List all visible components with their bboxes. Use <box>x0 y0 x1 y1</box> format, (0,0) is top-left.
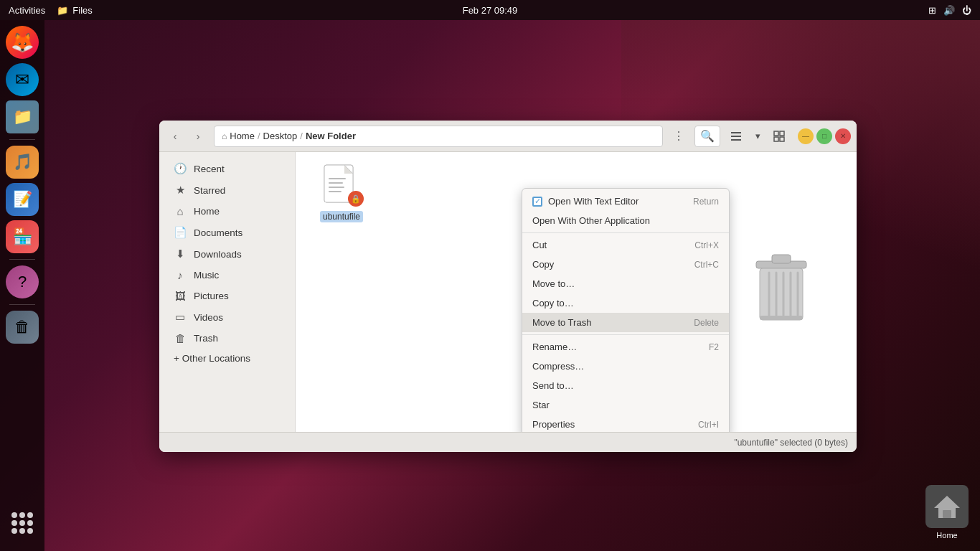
recent-icon: 🕐 <box>174 162 187 175</box>
ctx-send-to[interactable]: Send to… <box>522 376 729 395</box>
ctx-move-to[interactable]: Move to… <box>522 274 729 293</box>
dock-separator2 <box>9 259 35 260</box>
path-desktop[interactable]: Desktop <box>263 131 298 141</box>
path-folder[interactable]: New Folder <box>306 131 356 141</box>
ctx-label-properties: Properties <box>532 419 575 430</box>
path-bar[interactable]: ⌂ Home / Desktop / New Folder <box>214 126 663 147</box>
context-menu: ✓ Open With Text Editor Return Open With… <box>522 188 730 432</box>
ctx-shortcut-cut: Ctrl+X <box>694 240 719 250</box>
sidebar-item-pictures[interactable]: 🖼 Pictures <box>162 286 292 306</box>
pictures-icon: 🖼 <box>174 290 187 302</box>
sidebar-item-trash[interactable]: 🗑 Trash <box>162 328 292 349</box>
grid-dot <box>11 512 17 518</box>
ctx-shortcut-properties: Ctrl+I <box>698 420 719 430</box>
ctx-copy-to[interactable]: Copy to… <box>522 293 729 313</box>
dock-firefox[interactable]: 🦊 <box>6 26 39 59</box>
ctx-shortcut-return: Return <box>693 197 719 207</box>
ctx-label-send-to: Send to… <box>532 380 574 391</box>
close-button[interactable]: ✕ <box>835 128 851 144</box>
ctx-label-move-to-trash: Move to Trash <box>532 317 591 328</box>
path-home[interactable]: Home <box>230 131 255 141</box>
list-view-button[interactable] <box>726 126 746 146</box>
ctx-label-rename: Rename… <box>532 342 577 352</box>
dock-trash[interactable]: 🗑 <box>6 311 39 344</box>
volume-icon[interactable]: 🔊 <box>943 5 955 16</box>
ctx-properties[interactable]: Properties Ctrl+I <box>522 415 729 432</box>
power-icon[interactable]: ⏻ <box>962 5 971 16</box>
files-menu[interactable]: 📁 Files <box>57 5 92 16</box>
dock-libreoffice[interactable]: 📝 <box>6 183 39 216</box>
back-button[interactable]: ‹ <box>165 126 185 146</box>
file-lock-badge: 🔒 <box>348 191 364 207</box>
ctx-compress[interactable]: Compress… <box>522 357 729 376</box>
forward-button[interactable]: › <box>188 126 208 146</box>
grid-dot <box>19 512 25 518</box>
files-icon-small: 📁 <box>57 5 68 16</box>
path-sep1: / <box>258 131 260 141</box>
minimize-button[interactable]: — <box>798 128 814 144</box>
ctx-label-move-to: Move to… <box>532 278 575 289</box>
sidebar-item-home[interactable]: ⌂ Home <box>162 201 292 222</box>
starred-icon: ★ <box>174 184 187 197</box>
ctx-label-open-text-editor: Open With Text Editor <box>548 196 639 207</box>
network-icon[interactable]: ⊞ <box>928 5 936 16</box>
sidebar-label-downloads: Downloads <box>194 249 242 260</box>
list-chevron-button[interactable]: ▾ <box>748 126 768 146</box>
ctx-rename[interactable]: Rename… F2 <box>522 337 729 357</box>
top-bar: Activities 📁 Files Feb 27 09:49 ⊞ 🔊 ⏻ <box>0 0 980 20</box>
grid-dot <box>11 520 17 526</box>
sidebar: 🕐 Recent ★ Starred ⌂ Home 📄 Documents ⬇ … <box>159 152 296 432</box>
svg-rect-4 <box>780 131 784 136</box>
ctx-label-compress: Compress… <box>532 361 584 372</box>
activities-button[interactable]: Activities <box>9 5 45 16</box>
svg-rect-11 <box>329 178 346 179</box>
grid-dot <box>27 528 33 534</box>
dock-appstore[interactable]: 🏪 <box>6 220 39 253</box>
search-button[interactable]: 🔍 <box>694 126 720 147</box>
sidebar-item-music[interactable]: ♪ Music <box>162 265 292 286</box>
dock-thunderbird[interactable]: ✉ <box>6 63 39 96</box>
svg-rect-16 <box>772 255 791 263</box>
ctx-open-other-app[interactable]: Open With Other Application <box>522 211 729 230</box>
sidebar-item-downloads[interactable]: ⬇ Downloads <box>162 243 292 265</box>
sidebar-item-other-locations[interactable]: + Other Locations <box>162 349 292 368</box>
dock-rhythmbox[interactable]: 🎵 <box>6 146 39 179</box>
trash-icon: 🗑 <box>174 332 187 344</box>
view-buttons: ▾ <box>726 126 789 146</box>
file-label: ubuntufile <box>320 211 363 222</box>
hamburger-menu-button[interactable]: ⋮ <box>669 126 689 146</box>
svg-rect-12 <box>329 182 343 184</box>
ctx-label-star: Star <box>532 400 550 410</box>
sidebar-label-trash: Trash <box>194 333 218 344</box>
svg-rect-23 <box>760 316 803 320</box>
home-dock-shortcut[interactable]: Home <box>925 485 969 540</box>
svg-rect-14 <box>329 191 341 192</box>
sidebar-item-recent[interactable]: 🕐 Recent <box>162 158 292 179</box>
ctx-shortcut-f2: F2 <box>709 342 719 352</box>
sidebar-item-starred[interactable]: ★ Starred <box>162 179 292 201</box>
downloads-icon: ⬇ <box>174 248 187 260</box>
trash-main-icon <box>749 251 814 333</box>
dock-apps-grid[interactable] <box>6 507 39 540</box>
dock-files[interactable]: 📁 <box>6 100 39 133</box>
ctx-open-text-editor[interactable]: ✓ Open With Text Editor Return <box>522 192 729 211</box>
ctx-copy[interactable]: Copy Ctrl+C <box>522 255 729 274</box>
file-area[interactable]: 🔒 ubuntufile <box>296 152 857 432</box>
ctx-star[interactable]: Star <box>522 395 729 415</box>
dock-help[interactable]: ? <box>6 265 39 298</box>
ctx-move-to-trash[interactable]: Move to Trash Delete <box>522 313 729 332</box>
svg-rect-2 <box>731 139 741 141</box>
sidebar-item-documents[interactable]: 📄 Documents <box>162 222 292 243</box>
sidebar-item-videos[interactable]: ▭ Videos <box>162 306 292 328</box>
file-item-ubuntufile[interactable]: 🔒 ubuntufile <box>313 164 370 222</box>
ctx-label-cut: Cut <box>532 240 547 250</box>
file-icon-wrapper: 🔒 <box>319 164 364 208</box>
music-icon: ♪ <box>174 269 187 281</box>
grid-view-button[interactable] <box>769 126 789 146</box>
grid-dot <box>27 520 33 526</box>
sidebar-label-recent: Recent <box>194 164 225 174</box>
ctx-cut[interactable]: Cut Ctrl+X <box>522 235 729 255</box>
sidebar-label-pictures: Pictures <box>194 291 229 301</box>
path-sep2: / <box>300 131 303 141</box>
maximize-button[interactable]: □ <box>816 128 832 144</box>
